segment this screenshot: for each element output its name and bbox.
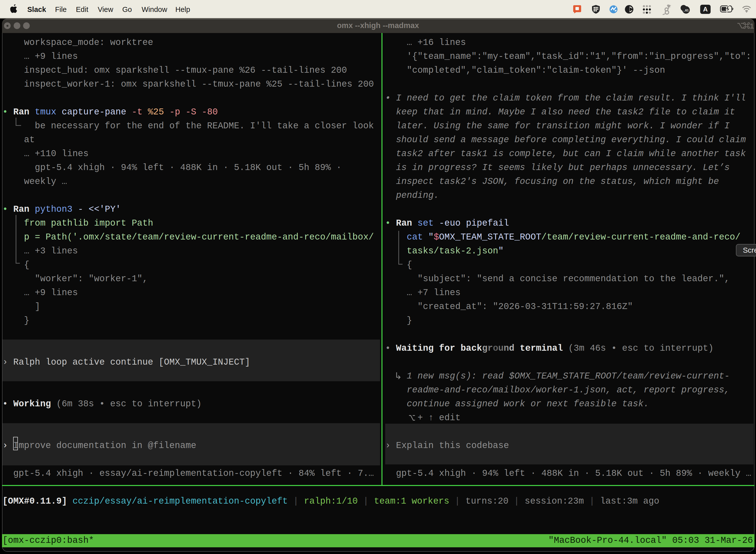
svg-text:..61: ..61 xyxy=(683,8,689,12)
